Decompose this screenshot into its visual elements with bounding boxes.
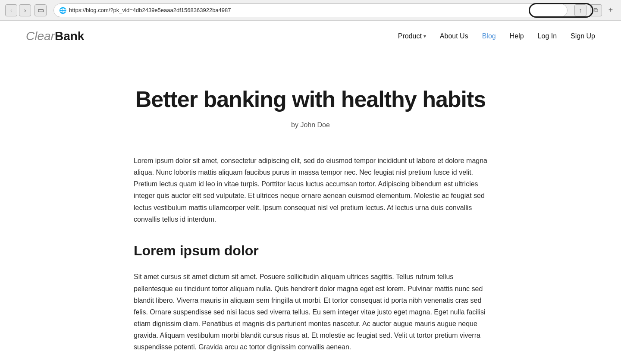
help-label: Help [510,32,524,40]
share-button[interactable]: ↑ [574,4,586,16]
url-text: https://blog.com/?pk_vid=4db2439e5eaaa2d… [69,7,562,13]
browser-actions: ↑ ⧉ + [574,4,616,16]
nav-buttons: ‹ › ▭ [5,4,47,16]
logo-clear-text: Clear [26,29,55,43]
signup-label: Sign Up [571,32,595,40]
address-bar[interactable]: 🌐 https://blog.com/?pk_vid=4db2439e5eaaa… [53,3,568,17]
about-label: About Us [440,32,468,40]
add-icon: + [608,6,613,15]
website-content: Clear Bank Product ▾ About Us Blog Help … [0,21,621,364]
nav-blog[interactable]: Blog [482,32,496,40]
chevron-down-icon: ▾ [423,33,426,39]
duplicate-button[interactable]: ⧉ [590,4,602,16]
nav-signup[interactable]: Sign Up [571,32,595,40]
nav-links: Product ▾ About Us Blog Help Log In Sign… [398,32,595,40]
globe-icon: 🌐 [59,7,66,14]
article-paragraph-2: Sit amet cursus sit amet dictum sit amet… [134,271,487,353]
add-tab-button[interactable]: + [605,5,616,16]
login-label: Log In [538,32,557,40]
nav-about[interactable]: About Us [440,32,468,40]
nav-login[interactable]: Log In [538,32,557,40]
blog-label: Blog [482,32,496,40]
nav-product[interactable]: Product ▾ [398,32,426,40]
logo-bank-text: Bank [55,29,84,43]
back-icon: ‹ [10,7,13,14]
article-body: Lorem ipsum dolor sit amet, consectetur … [134,155,487,353]
share-icon: ↑ [579,7,582,14]
sidebar-button[interactable]: ▭ [34,4,47,16]
main-content: Better banking with healthy habits by Jo… [116,52,505,364]
forward-icon: › [24,7,26,14]
site-navigation: Clear Bank Product ▾ About Us Blog Help … [0,21,621,52]
browser-toolbar: ‹ › ▭ 🌐 https://blog.com/?pk_vid=4db2439… [0,0,621,21]
back-button[interactable]: ‹ [5,4,17,16]
forward-button[interactable]: › [19,4,31,16]
article-title: Better banking with healthy habits [134,87,487,113]
sidebar-icon: ▭ [38,6,44,14]
article-subheading: Lorem ipsum dolor [134,239,487,262]
product-label: Product [398,32,422,40]
nav-help[interactable]: Help [510,32,524,40]
article-author: by John Doe [134,121,487,129]
duplicate-icon: ⧉ [594,6,598,14]
site-logo[interactable]: Clear Bank [26,29,84,43]
article-paragraph-1: Lorem ipsum dolor sit amet, consectetur … [134,155,487,225]
